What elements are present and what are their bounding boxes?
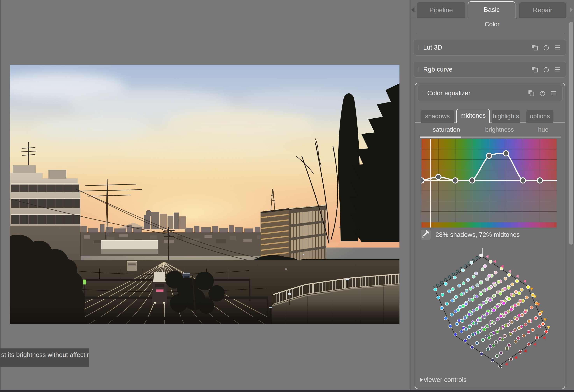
duplicate-instance-icon[interactable]: [528, 90, 535, 97]
equalizer-tabbar: shadows midtones highlights options: [415, 109, 565, 123]
subtab-active-underline: [420, 137, 461, 138]
panel-scrollbar[interactable]: [569, 22, 573, 245]
drag-grip-icon: [419, 45, 419, 50]
presets-menu-icon[interactable]: [554, 66, 561, 73]
application-window: st its brightness without affecting Pipe…: [0, 0, 574, 392]
presets-menu-icon[interactable]: [554, 44, 561, 51]
color-picker-button[interactable]: [421, 230, 431, 240]
right-panel: Pipeline Basic Repair Color Lut 3D: [410, 0, 574, 392]
module-group-tabbar: Pipeline Basic Repair: [410, 0, 574, 18]
viewer-controls-expander[interactable]: viewer controls: [420, 376, 467, 383]
section-rule: [416, 33, 565, 33]
picker-status-text: 28% shadows, 72% midtones: [435, 231, 520, 238]
presets-menu-icon[interactable]: [550, 90, 557, 97]
window-left-edge: [0, 0, 0, 392]
tab-midtones[interactable]: midtones: [456, 109, 490, 123]
tooltip: st its brightness without affecting: [0, 349, 89, 367]
saturation-curve-graph[interactable]: [421, 139, 557, 222]
eyedropper-icon: [421, 230, 431, 240]
module-lut3d[interactable]: Lut 3D: [413, 39, 566, 56]
photo-sunset-railyard: [10, 65, 399, 324]
module-title: Lut 3D: [423, 44, 531, 51]
picked-hue-indicator-line: [430, 139, 431, 228]
module-rgb-curve[interactable]: Rgb curve: [413, 61, 566, 78]
duplicate-instance-icon[interactable]: [531, 66, 538, 73]
window-bottom-bar: [0, 390, 574, 392]
section-title: Color: [410, 20, 574, 28]
viewer-controls-label: viewer controls: [424, 376, 467, 383]
image-view[interactable]: [10, 65, 399, 324]
tab-basic[interactable]: Basic: [468, 1, 515, 18]
tab-repair[interactable]: Repair: [519, 2, 566, 18]
power-toggle-icon[interactable]: [539, 90, 546, 97]
duplicate-instance-icon[interactable]: [531, 44, 538, 51]
drag-grip-icon: [419, 67, 419, 72]
color-cube-scope[interactable]: [433, 246, 550, 372]
subtab-brightness[interactable]: brightness: [485, 126, 514, 133]
module-header[interactable]: Color equalizer: [417, 85, 563, 101]
power-toggle-icon[interactable]: [543, 44, 550, 51]
tabs-scroll-left-icon[interactable]: [411, 7, 414, 12]
tab-highlights[interactable]: highlights: [492, 110, 520, 123]
tooltip-text: st its brightness without affecting: [1, 351, 89, 359]
subtab-hue[interactable]: hue: [538, 126, 548, 133]
hue-gradient-strip: [421, 222, 557, 228]
module-title: Rgb curve: [423, 66, 531, 73]
drag-grip-icon: [423, 91, 423, 96]
subtab-saturation[interactable]: saturation: [433, 126, 460, 133]
expander-arrow-icon: [420, 378, 423, 382]
power-toggle-icon[interactable]: [543, 66, 550, 73]
tab-options[interactable]: options: [526, 110, 553, 123]
module-color-equalizer: Color equalizer sha: [415, 83, 565, 389]
module-title: Color equalizer: [427, 89, 528, 97]
tab-pipeline[interactable]: Pipeline: [417, 2, 465, 18]
tabs-scroll-right-icon[interactable]: [570, 7, 573, 12]
tab-shadows[interactable]: shadows: [421, 110, 454, 123]
subtab-underline: [461, 137, 561, 138]
